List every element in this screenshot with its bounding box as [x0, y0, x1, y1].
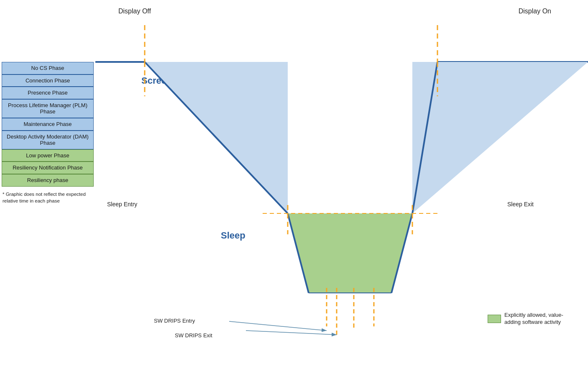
phase-box: Maintenance Phase: [2, 118, 94, 131]
footnote: * Graphic does not reflect the expected …: [2, 191, 94, 204]
diagram-area: Display Off Display On Screen Off Sleep …: [95, 0, 588, 372]
page-container: No CS PhaseConnection PhasePresence Phas…: [0, 0, 588, 372]
phase-box: Connection Phase: [2, 74, 94, 87]
svg-marker-9: [288, 213, 412, 293]
phase-box: Desktop Activity Moderator (DAM) Phase: [2, 131, 94, 149]
svg-marker-7: [412, 62, 588, 213]
diagram-svg: [95, 0, 588, 372]
phase-box: Process Lifetime Manager (PLM) Phase: [2, 99, 94, 118]
phase-box: Presence Phase: [2, 87, 94, 99]
svg-line-26: [229, 321, 327, 331]
phase-box: Resiliency phase: [2, 174, 94, 187]
left-panel: No CS PhaseConnection PhasePresence Phas…: [0, 0, 95, 372]
phase-box: Resiliency Notification Phase: [2, 162, 94, 174]
svg-line-27: [246, 331, 337, 335]
phase-box: No CS Phase: [2, 62, 94, 74]
phase-box: Low power Phase: [2, 149, 94, 162]
